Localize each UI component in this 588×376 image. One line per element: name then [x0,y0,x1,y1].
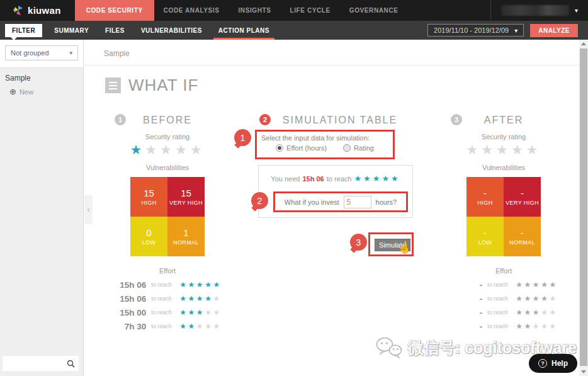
toolbar-tabs: SUMMARYFILESVULNERABILITIESACTION PLANS [46,21,278,40]
star-row: ★★★★★ [179,308,221,317]
security-rating-stars: ★★★★★ [439,141,568,158]
annotation-box-2: What if you invest hours? [273,191,408,212]
vuln-label: VERY HIGH [506,200,539,206]
star-filled-icon: ★ [205,280,213,289]
tab-action-plans[interactable]: ACTION PLANS [210,21,278,40]
effort-time: 15h 00 [113,308,146,317]
invest-hours-input[interactable] [344,196,371,208]
star-empty-icon: ★ [511,142,526,157]
star-empty-icon: ★ [205,308,213,317]
star-row: ★★★★★ [354,174,400,183]
sidebar-item-new[interactable]: ⊕ New [0,86,83,98]
date-range-selector[interactable]: 2019/11/10 - 2019/12/09 ▾ [427,24,524,37]
radio-unselected-icon[interactable] [343,144,351,152]
star-filled-icon: ★ [179,294,188,303]
star-filled-icon: ★ [179,308,188,317]
nav-item-code-security[interactable]: CODE SECURITY [75,0,154,21]
vuln-label: NORMAL [173,239,199,246]
need-line: You need 15h 06 to reach ★★★★★ [259,174,412,183]
brand-name: kiuwan [28,5,61,16]
nav-item-code-analysis[interactable]: CODE ANALYSIS [154,0,229,21]
before-panel: 1 BEFORE Security rating ★★★★★ Vulnerabi… [103,110,232,333]
star-empty-icon: ★ [549,294,557,303]
star-filled-icon: ★ [524,280,533,289]
star-row: ★★★★★ [516,322,557,331]
need-prefix: You need [271,175,300,183]
star-row: ★★★★★ [179,280,221,289]
step-badge: 2 [259,114,271,125]
vuln-label: LOW [478,239,492,246]
effort-time: 15h 06 [113,280,146,290]
star-filled-icon: ★ [179,322,188,331]
star-empty-icon: ★ [549,308,557,317]
star-filled-icon: ★ [516,294,524,303]
star-filled-icon: ★ [524,294,533,303]
page-header: WHAT IF [105,76,579,95]
tab-files[interactable]: FILES [97,21,133,40]
star-empty-icon: ★ [526,142,541,157]
radio-rating-label: Rating [354,144,374,152]
star-filled-icon: ★ [524,308,533,317]
radio-selected-icon[interactable] [276,144,283,152]
chevron-down-icon: ▾ [69,50,72,56]
plus-circle-icon: ⊕ [9,88,16,96]
star-empty-icon: ★ [496,142,511,157]
navbar-items: CODE SECURITYCODE ANALYSISINSIGHTSLIFE C… [75,0,408,21]
effort-time: - [449,308,482,317]
analyze-button[interactable]: ANALYZE [530,24,578,37]
vuln-cell-normal: -NORMAL [504,217,541,256]
star-filled-icon: ★ [188,322,196,331]
group-by-value: Not grouped [11,49,49,57]
radio-effort-label: Effort (hours) [286,144,327,152]
vuln-cell-very-high: -VERY HIGH [504,177,541,217]
scrollbar-thumb[interactable] [580,48,587,366]
filter-button[interactable]: FILTER [5,24,42,37]
scroll-down-arrow-icon[interactable] [581,370,586,373]
help-button[interactable]: ? Help [529,354,577,373]
effort-time: - [449,322,482,331]
search-icon[interactable] [67,360,75,368]
nav-item-insights[interactable]: INSIGHTS [229,0,280,21]
chevron-down-icon[interactable]: ▾ [575,7,578,14]
star-filled-icon: ★ [196,308,205,317]
radio-option-rating[interactable]: Rating [343,144,374,152]
star-empty-icon: ★ [481,142,496,157]
tab-summary[interactable]: SUMMARY [46,21,97,40]
step-badge: 3 [451,114,462,125]
annotation-balloon-2: 2 [251,192,268,209]
secondary-toolbar: FILTER SUMMARYFILESVULNERABILITIESACTION… [0,21,588,40]
star-filled-icon: ★ [213,280,221,289]
vuln-value: 15 [181,188,191,198]
vuln-value: - [483,188,487,198]
star-row: ★★★★★ [516,294,557,303]
star-row: ★★★★★ [179,294,221,303]
radio-option-effort-hours[interactable]: Effort (hours) [276,144,327,152]
vertical-scrollbar[interactable] [579,40,588,376]
effort-time: - [449,294,482,304]
group-by-select[interactable]: Not grouped ▾ [5,45,78,60]
effort-row: 7h 30to reach★★★★★ [103,319,232,333]
page-title: WHAT IF [128,76,198,95]
simulation-box: You need 15h 06 to reach ★★★★★ What if y… [258,165,413,218]
scroll-up-arrow-icon[interactable] [581,42,586,45]
star-filled-icon: ★ [205,294,213,303]
cursor-hand-icon: ☝ [396,239,413,256]
tab-vulnerabilities[interactable]: VULNERABILITIES [133,21,210,40]
security-rating-stars: ★★★★★ [103,141,232,158]
star-filled-icon: ★ [516,280,524,289]
star-filled-icon: ★ [516,322,524,331]
effort-rows: -to reach★★★★★-to reach★★★★★-to reach★★★… [439,278,568,333]
nav-item-life-cycle[interactable]: LIFE CYCLE [280,0,339,21]
vuln-label: LOW [142,239,156,246]
search-input[interactable] [3,356,67,371]
need-star-row: ★★★★★ [354,174,400,183]
star-filled-icon: ★ [354,174,363,183]
vuln-label: HIGH [477,200,492,206]
vuln-label: HIGH [141,200,156,206]
vuln-cell-low: -LOW [466,217,504,256]
top-navbar: kiuwan CODE SECURITYCODE ANALYSISINSIGHT… [0,0,588,21]
effort-row: 15h 06to reach★★★★★ [103,278,232,292]
nav-item-governance[interactable]: GOVERNANCE [340,0,408,21]
vuln-cell-very-high: 15VERY HIGH [167,177,205,217]
star-filled-icon: ★ [549,280,557,289]
